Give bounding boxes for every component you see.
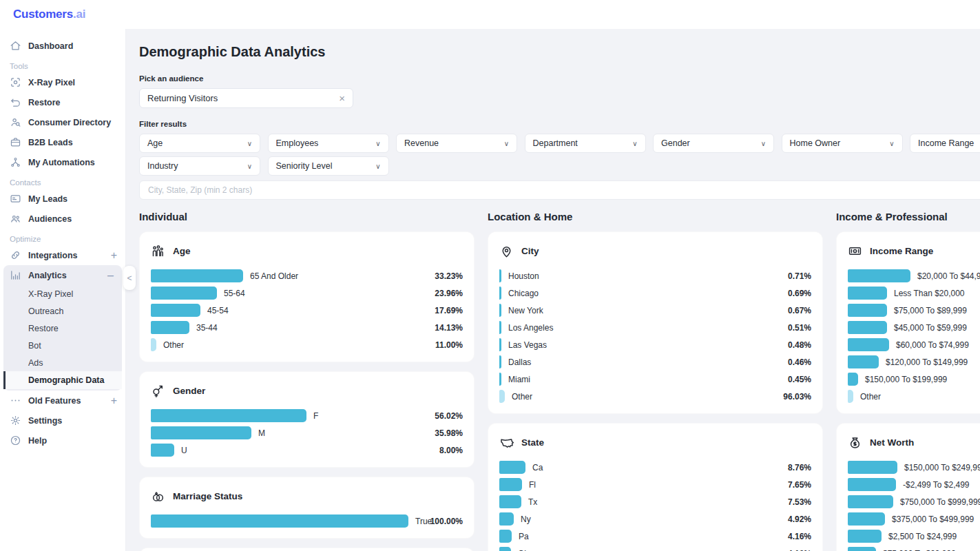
bar: [848, 373, 858, 386]
briefcase-icon: [10, 136, 21, 148]
map-pin-icon: [499, 244, 514, 258]
bar: [848, 495, 893, 508]
bar-row-las-vegas: Las Vegas0.48%: [499, 336, 811, 353]
plug-icon: [10, 249, 21, 261]
bar: [499, 338, 501, 351]
filter-dropdown-seniority-level[interactable]: Seniority Level∨: [268, 156, 389, 176]
bar-label: Oh: [518, 549, 529, 551]
bar-percentage: 17.69%: [435, 306, 463, 315]
chevron-down-icon: ∨: [632, 140, 637, 147]
sidebar-item-restore[interactable]: Restore: [0, 92, 125, 112]
card-title: Net Worth: [870, 437, 914, 448]
brand-logo[interactable]: Customers.ai: [13, 8, 85, 21]
bar-percentage: 0.69%: [788, 289, 811, 298]
card-header: Income Range: [848, 244, 980, 258]
sidebar-subitem-outreach[interactable]: Outreach: [3, 302, 122, 320]
bar-label: Other: [512, 392, 532, 402]
sidebar-item-label: B2B Leads: [28, 138, 73, 147]
bar-row-45-54: 45-5417.69%: [151, 302, 463, 319]
plus-icon[interactable]: +: [111, 250, 117, 261]
bar: [848, 530, 882, 543]
sidebar-item-consumer-directory[interactable]: Consumer Directory: [0, 112, 125, 132]
card-marriage-status: Marriage StatusTrue100.00%: [139, 477, 475, 539]
bar-percentage: 0.71%: [788, 271, 811, 281]
card-header: Marriage Status: [151, 489, 463, 503]
minus-icon[interactable]: –: [107, 270, 114, 281]
bar-percentage: 8.76%: [788, 463, 811, 472]
bar-row-oh: Oh4.10%: [499, 545, 811, 551]
sidebar-item-dashboard[interactable]: Dashboard: [0, 36, 125, 56]
bar: [848, 321, 887, 334]
card-header: Age: [151, 244, 463, 258]
age-icon: [151, 244, 165, 258]
sidebar-item-my-automations[interactable]: My Automations: [0, 152, 125, 172]
bar-row-150-000-to-199-999: $150,000 To $199,999: [848, 371, 980, 388]
sidebar-group-analytics: Analytics–X-Ray PixelOutreachRestoreBotA…: [3, 265, 122, 391]
bar-row-other: Other: [848, 388, 980, 405]
sidebar-item-help[interactable]: Help: [0, 430, 125, 450]
filter-dropdown-revenue[interactable]: Revenue∨: [396, 134, 517, 153]
bar-row-f: F56.02%: [151, 407, 463, 424]
bar: [499, 321, 501, 334]
sidebar-subitem-ads[interactable]: Ads: [3, 354, 122, 371]
bar-percentage: 14.13%: [435, 323, 463, 333]
bar: [499, 355, 501, 368]
column-title: Income & Professional: [836, 211, 980, 222]
sidebar-collapse-button[interactable]: <: [123, 266, 136, 290]
filter-dropdown-label: Revenue: [404, 138, 439, 148]
ellipsis-icon: [10, 395, 21, 406]
bar: [499, 373, 501, 386]
bar-chart-icon: [10, 269, 21, 281]
chevron-down-icon: ∨: [504, 140, 509, 147]
sidebar-item-integrations[interactable]: Integrations+: [0, 245, 125, 265]
sidebar-item-x-ray-pixel[interactable]: X-Ray Pixel: [0, 72, 125, 92]
filter-dropdown-label: Home Owner: [790, 138, 841, 148]
sidebar-item-audiences[interactable]: Audiences: [0, 209, 125, 229]
filter-dropdown-age[interactable]: Age∨: [139, 134, 260, 153]
sidebar-item-my-leads[interactable]: My Leads: [0, 189, 125, 209]
filter-dropdown-income-range[interactable]: Income Range∨: [910, 134, 980, 153]
bar-percentage: 0.51%: [788, 323, 811, 333]
bar-label: Fl: [529, 480, 536, 490]
card-header: State: [499, 435, 811, 450]
sidebar-subitem-demographic-data[interactable]: Demographic Data: [3, 371, 122, 389]
sidebar-item-settings[interactable]: Settings: [0, 410, 125, 430]
bar-label: $375,000 To $499,999: [892, 514, 974, 524]
bar-row-miami: Miami0.45%: [499, 371, 811, 388]
bar-label: $750,000 To $999,999: [900, 497, 980, 507]
bar: [499, 304, 501, 317]
filter-dropdown-label: Seniority Level: [276, 161, 333, 171]
top-bar: Customers.ai: [0, 0, 980, 29]
filter-dropdown-department[interactable]: Department∨: [525, 134, 646, 153]
bar-row-750-000-to-999-999: $750,000 To $999,999: [848, 493, 980, 510]
bar-row-fl: Fl7.65%: [499, 476, 811, 493]
plus-icon[interactable]: +: [111, 395, 117, 406]
bar-label: 55-64: [224, 289, 245, 298]
filter-dropdown-employees[interactable]: Employees∨: [268, 134, 389, 153]
brand-name: Customers: [13, 8, 73, 21]
sidebar-item-b2b-leads[interactable]: B2B Leads: [0, 132, 125, 152]
card-title: Age: [173, 246, 191, 256]
sidebar-item-label: My Automations: [28, 158, 95, 167]
chevron-left-icon: <: [127, 273, 132, 283]
bar-percentage: 0.67%: [788, 306, 811, 315]
clear-icon[interactable]: ×: [339, 93, 345, 103]
filter-dropdown-gender[interactable]: Gender∨: [653, 134, 774, 153]
bar: [848, 338, 889, 351]
filter-results-label: Filter results: [139, 120, 980, 128]
filter-dropdown-home-owner[interactable]: Home Owner∨: [782, 134, 903, 153]
sidebar-subitem-restore[interactable]: Restore: [3, 320, 122, 337]
audience-select[interactable]: Returning Visitors ×: [139, 88, 353, 108]
sidebar-item-analytics[interactable]: Analytics–: [3, 265, 122, 285]
filter-dropdown-industry[interactable]: Industry∨: [139, 156, 260, 176]
location-input[interactable]: [139, 180, 980, 200]
home-icon: [10, 40, 21, 52]
sidebar-subitem-x-ray-pixel[interactable]: X-Ray Pixel: [3, 285, 122, 302]
card-state: StateCa8.76%Fl7.65%Tx7.53%Ny4.92%Pa4.16%…: [488, 423, 823, 551]
sidebar-item-label: Consumer Directory: [28, 118, 111, 127]
card-title: City: [521, 246, 539, 256]
sidebar-subitem-bot[interactable]: Bot: [3, 337, 122, 354]
bar-row-pa: Pa4.16%: [499, 528, 811, 545]
main-content: Demographic Data Analytics Pick an audie…: [126, 29, 980, 551]
sidebar-item-old-features[interactable]: Old Features+: [0, 391, 125, 410]
